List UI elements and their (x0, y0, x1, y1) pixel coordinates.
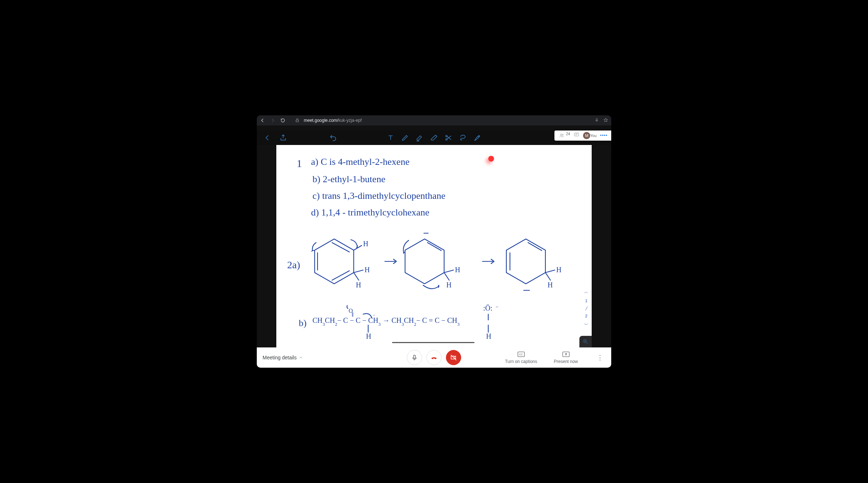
svg-text:⁻: ⁻ (495, 305, 498, 311)
page-indicator[interactable]: ︿ 1 ╱ 2 ﹀ (583, 289, 590, 328)
call-controls (407, 350, 461, 365)
more-options-button[interactable]: ⋮ (595, 354, 605, 362)
present-label: Present now (554, 359, 578, 364)
you-label: You (590, 134, 596, 138)
chat-icon[interactable] (574, 132, 579, 139)
svg-line-30 (545, 273, 550, 280)
svg-text::Ö:: :Ö: (483, 304, 493, 312)
page-current: 1 (585, 299, 587, 303)
svg-text:H: H (446, 281, 451, 289)
svg-point-1 (560, 134, 562, 136)
zoom-button[interactable] (579, 336, 592, 347)
meeting-details-label: Meeting details (263, 355, 297, 360)
back-chevron-icon[interactable] (263, 134, 271, 142)
svg-line-28 (545, 270, 555, 273)
forward-button[interactable] (270, 118, 276, 123)
svg-marker-18 (405, 239, 444, 284)
undo-icon[interactable] (329, 134, 337, 142)
svg-text:H: H (455, 266, 460, 274)
svg-point-6 (478, 136, 480, 137)
whiteboard: 1 a) C is 4-methyl-2-hexene b) 2-ethyl-1… (276, 145, 592, 347)
svg-line-22 (444, 273, 449, 280)
present-button[interactable]: Present now (554, 351, 578, 364)
highlighter-tool-icon[interactable] (416, 134, 424, 142)
voice-search-icon[interactable] (595, 117, 599, 124)
lock-icon (295, 118, 299, 123)
svg-rect-0 (596, 118, 597, 120)
meeting-details-button[interactable]: Meeting details (263, 355, 303, 360)
share-icon[interactable] (279, 134, 287, 142)
svg-line-14 (354, 270, 363, 273)
browser-address-bar: meet.google.com/kuk-yzja-epf (257, 115, 611, 125)
svg-text:H: H (486, 332, 491, 340)
captions-label: Turn on captions (505, 359, 537, 364)
participant-count[interactable]: 24 (559, 133, 570, 138)
svg-line-10 (332, 243, 349, 252)
svg-text:CC: CC (519, 353, 523, 356)
url-domain: meet.google.com/ (304, 118, 338, 123)
url-path: kuk-yzja-epf (338, 118, 362, 123)
eraser-tool-icon[interactable] (430, 134, 438, 142)
back-button[interactable] (260, 118, 265, 123)
svg-point-2 (562, 134, 563, 136)
svg-text:H: H (365, 266, 370, 274)
browser-window: meet.google.com/kuk-yzja-epf 24 M You ••… (257, 115, 611, 368)
svg-text:‖: ‖ (352, 312, 354, 317)
svg-marker-8 (315, 239, 354, 284)
meet-bottom-bar: Meeting details CC Turn on captions (257, 347, 611, 368)
svg-line-20 (444, 270, 454, 273)
participants-panel[interactable]: 24 M You •••• (554, 131, 611, 141)
camera-button[interactable] (446, 350, 461, 365)
scissors-icon[interactable] (444, 134, 452, 142)
svg-text:H: H (548, 281, 553, 289)
page-down-icon[interactable]: ﹀ (584, 322, 588, 328)
whiteboard-scroll-handle[interactable] (392, 342, 475, 343)
more-dots-icon[interactable]: •••• (600, 133, 608, 138)
page-total: 2 (585, 314, 587, 318)
captions-button[interactable]: CC Turn on captions (505, 351, 537, 364)
avatar-initial: M (585, 133, 588, 138)
svg-text:H: H (356, 281, 361, 289)
pen-tool-icon[interactable] (401, 134, 409, 142)
text-tool-icon[interactable] (387, 134, 395, 142)
tab-strip (257, 125, 611, 131)
svg-rect-45 (414, 355, 416, 358)
chemistry-diagram: H H H (276, 145, 592, 347)
bookmark-star-icon[interactable] (603, 117, 608, 124)
page-up-icon[interactable]: ︿ (584, 289, 588, 295)
laser-tool-icon[interactable] (473, 134, 481, 142)
lasso-tool-icon[interactable] (459, 134, 467, 142)
svg-line-11 (332, 271, 349, 280)
svg-rect-3 (574, 133, 579, 136)
svg-marker-25 (506, 239, 545, 284)
shared-screen-area: 1 a) C is 4-methyl-2-hexene b) 2-ethyl-1… (257, 145, 611, 347)
svg-line-19 (427, 243, 441, 251)
mute-button[interactable] (407, 350, 422, 365)
svg-text:⁻: ⁻ (373, 313, 375, 319)
participant-count-value: 24 (566, 132, 570, 136)
url-text[interactable]: meet.google.com/kuk-yzja-epf (304, 118, 362, 123)
svg-text:H: H (363, 240, 368, 248)
svg-line-16 (354, 273, 359, 280)
hangup-button[interactable] (426, 350, 442, 365)
svg-text:CH3CH2− C − C − CH3 →  CH3CH2−: CH3CH2− C − C − CH3 → CH3CH2− C = C − CH… (312, 316, 460, 327)
reload-button[interactable] (280, 118, 286, 123)
svg-text:H: H (556, 266, 561, 274)
svg-text:H: H (366, 332, 371, 340)
present-icon (562, 351, 570, 358)
avatar[interactable]: M (583, 132, 590, 139)
captions-icon: CC (518, 351, 525, 358)
